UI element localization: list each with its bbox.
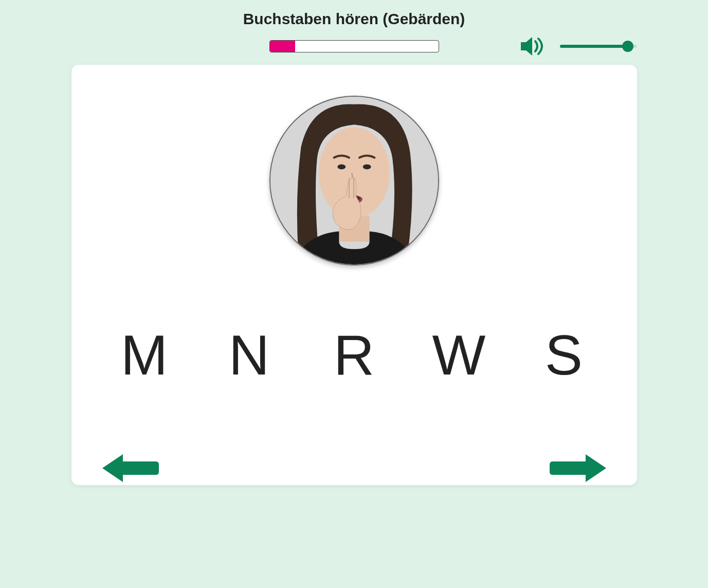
progress-fill (270, 41, 295, 52)
letter-option-2[interactable]: R (318, 322, 390, 387)
svg-point-3 (362, 164, 371, 169)
letters-row: M N R W S (92, 322, 616, 387)
speaker-icon[interactable] (519, 35, 547, 58)
letter-option-0[interactable]: M (108, 322, 180, 387)
progress-bar (269, 40, 439, 52)
prev-arrow-icon[interactable] (102, 450, 159, 486)
next-arrow-icon[interactable] (550, 450, 606, 486)
letter-option-3[interactable]: W (423, 322, 495, 387)
letter-option-4[interactable]: S (528, 322, 600, 387)
volume-slider[interactable] (560, 39, 637, 54)
exercise-card: M N R W S (71, 65, 637, 485)
gesture-image[interactable] (269, 96, 439, 265)
letter-option-1[interactable]: N (213, 322, 285, 387)
svg-point-2 (337, 164, 346, 169)
top-bar (71, 40, 637, 52)
volume-thumb[interactable] (622, 41, 633, 52)
volume-fill (560, 45, 628, 48)
card-bottom-spacer (92, 387, 616, 449)
audio-controls (519, 35, 637, 58)
page-title: Buchstaben hören (Gebärden) (243, 10, 465, 28)
